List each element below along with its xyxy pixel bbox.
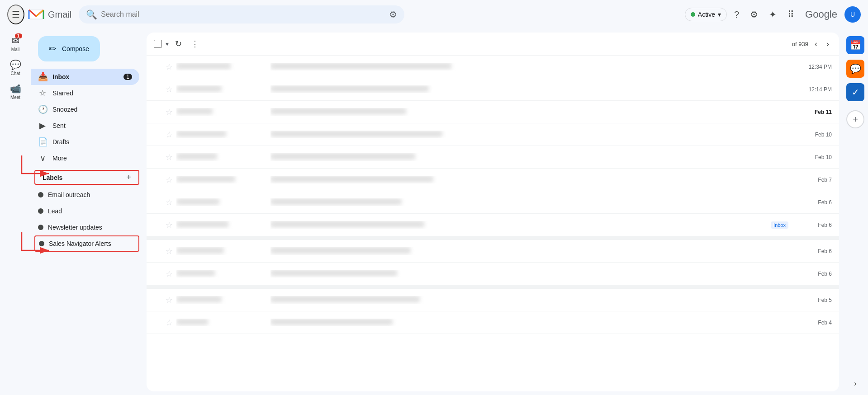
star-icon[interactable]: ☆: [166, 107, 173, 117]
apps-button[interactable]: ⠿: [784, 5, 798, 24]
row-sender: [176, 63, 267, 71]
email-row[interactable]: ☆ Feb 7: [147, 169, 839, 191]
labels-section: Labels + Email outreach Lead Newsletter …: [31, 166, 147, 255]
star-icon[interactable]: ☆: [166, 269, 173, 279]
email-row[interactable]: ☆ 12:34 PM: [147, 56, 839, 78]
row-content: [270, 319, 792, 326]
row-badge: Inbox: [771, 221, 788, 229]
email-row[interactable]: ☆ Feb 6: [147, 240, 839, 263]
next-page-button[interactable]: ›: [824, 37, 832, 52]
row-separator: [147, 236, 839, 240]
tasks-icon: ✓: [852, 87, 859, 98]
chat-side-button[interactable]: 💬: [846, 60, 864, 78]
expand-panel: ›: [854, 130, 856, 395]
email-row[interactable]: ☆ Feb 6: [147, 263, 839, 285]
gmail-logo: Gmail: [28, 8, 71, 21]
row-sender: [176, 247, 267, 255]
email-row[interactable]: ☆ Feb 10: [147, 123, 839, 146]
settings-button[interactable]: ⚙: [746, 5, 762, 24]
email-list-container: ▾ ↻ ⋮ of 939 ‹ › ☆ 12:34 PM ☆: [147, 33, 839, 391]
star-icon[interactable]: ☆: [166, 85, 173, 94]
compose-button[interactable]: ✏ Compose: [38, 36, 100, 61]
header: ☰ Gmail 🔍 ⚙ Active ▾ ? ⚙ ✦ ⠿ Google U: [0, 0, 868, 29]
email-row[interactable]: ☆ 12:14 PM: [147, 78, 839, 101]
help-button[interactable]: ?: [730, 6, 743, 24]
gemini-button[interactable]: ✦: [765, 5, 780, 24]
email-outreach-dot: [38, 192, 43, 198]
star-icon[interactable]: ☆: [166, 175, 173, 185]
gmail-text: Gmail: [48, 9, 71, 20]
star-icon[interactable]: ☆: [166, 130, 173, 140]
select-all-checkbox[interactable]: [154, 40, 162, 48]
sales-navigator-dot: [39, 241, 44, 246]
nav-item-inbox[interactable]: 📥 Inbox 1: [31, 69, 139, 85]
email-outreach-label: Email outreach: [48, 191, 90, 198]
labels-header: Labels +: [34, 170, 139, 185]
nav-item-sent[interactable]: ▶ Sent: [31, 118, 139, 134]
star-icon[interactable]: ☆: [166, 318, 173, 328]
email-row[interactable]: ☆ Feb 11: [147, 101, 839, 123]
email-row[interactable]: ☆ Feb 10: [147, 146, 839, 169]
tasks-button[interactable]: ✓: [846, 83, 864, 101]
row-content: [270, 85, 792, 93]
rail-item-chat[interactable]: 💬 Chat: [3, 56, 28, 79]
refresh-button[interactable]: ↻: [172, 36, 185, 52]
row-content: [270, 270, 792, 277]
more-options-button[interactable]: ⋮: [188, 36, 202, 52]
nav-item-more[interactable]: ∨ More: [31, 150, 139, 166]
search-input[interactable]: [101, 10, 385, 19]
label-item-email-outreach[interactable]: Email outreach: [31, 187, 139, 203]
label-item-newsletter[interactable]: Newsletter updates: [31, 219, 139, 235]
status-pill[interactable]: Active ▾: [685, 8, 727, 21]
google-logo: Google: [805, 9, 837, 20]
row-date: Feb 11: [796, 109, 832, 115]
hamburger-button[interactable]: ☰: [7, 5, 24, 24]
star-icon[interactable]: ☆: [166, 295, 173, 305]
row-date: Feb 5: [796, 297, 832, 303]
star-icon[interactable]: ☆: [166, 198, 173, 207]
star-icon[interactable]: ☆: [166, 62, 173, 72]
label-item-lead[interactable]: Lead: [31, 203, 139, 219]
labels-header-text: Labels: [43, 174, 62, 181]
row-sender: [176, 198, 267, 206]
label-item-sales-navigator[interactable]: Sales Navigator Alerts: [34, 235, 139, 252]
row-date: Feb 4: [796, 320, 832, 326]
row-date: Feb 6: [796, 222, 832, 228]
search-bar: 🔍 ⚙: [79, 5, 404, 24]
email-row[interactable]: ☆ Feb 5: [147, 289, 839, 311]
email-row[interactable]: ☆ Feb 6: [147, 191, 839, 214]
dropdown-arrow[interactable]: ▾: [166, 40, 169, 47]
star-icon[interactable]: ☆: [166, 152, 173, 162]
row-date: Feb 7: [796, 177, 832, 183]
chat-side-icon: 💬: [850, 63, 861, 74]
header-right: Active ▾ ? ⚙ ✦ ⠿ Google U: [685, 5, 861, 24]
newsletter-dot: [38, 225, 43, 230]
status-label: Active: [698, 11, 715, 18]
nav-item-snoozed[interactable]: 🕐 Snoozed: [31, 101, 139, 118]
nav-item-starred[interactable]: ☆ Starred: [31, 85, 139, 101]
email-row[interactable]: ☆ Inbox Feb 6: [147, 214, 839, 236]
add-app-button[interactable]: +: [846, 110, 864, 128]
star-icon[interactable]: ☆: [166, 246, 173, 256]
expand-button[interactable]: ›: [854, 380, 856, 388]
row-date: 12:14 PM: [796, 86, 832, 93]
sent-label: Sent: [52, 122, 132, 129]
prev-page-button[interactable]: ‹: [812, 37, 820, 52]
rail-item-meet[interactable]: 📹 Meet: [3, 80, 28, 103]
rail-label-mail: Mail: [11, 47, 19, 52]
star-icon[interactable]: ☆: [166, 220, 173, 230]
lead-dot: [38, 208, 43, 214]
email-row[interactable]: ☆ Feb 4: [147, 311, 839, 334]
add-icon: +: [853, 114, 858, 125]
rail-item-mail[interactable]: ✉ 1 Mail: [3, 33, 28, 55]
search-filter-icon[interactable]: ⚙: [389, 9, 397, 20]
row-content: [270, 198, 792, 206]
row-date: Feb 6: [796, 199, 832, 206]
row-content: [270, 153, 792, 161]
add-label-button[interactable]: +: [126, 173, 131, 182]
row-sender: [176, 270, 267, 277]
nav-item-drafts[interactable]: 📄 Drafts: [31, 134, 139, 150]
right-panel: 📅 💬 ✓ + ›: [843, 33, 868, 395]
calendar-button[interactable]: 📅: [846, 36, 864, 54]
avatar[interactable]: U: [844, 6, 861, 23]
